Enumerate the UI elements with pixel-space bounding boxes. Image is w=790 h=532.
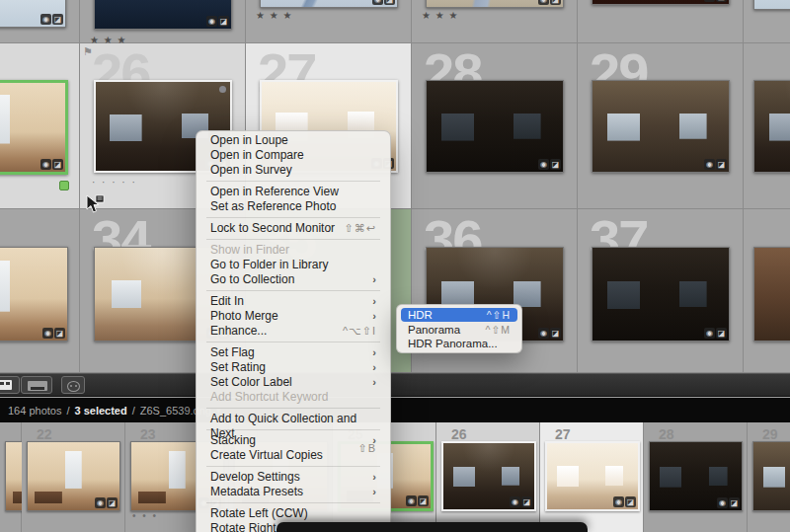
crop-badge-icon: ◪: [625, 496, 636, 507]
crop-badge-icon: ◪: [107, 497, 118, 508]
grid-cell-row1-col1[interactable]: ◉◪: [0, 0, 80, 43]
filmstrip-thumbnail-26[interactable]: ◉◪: [441, 441, 536, 511]
filmstrip-cell-29[interactable]: 29: [748, 422, 790, 532]
corner-circle-marker[interactable]: [219, 86, 226, 93]
selected-count: 3 selected: [75, 405, 127, 417]
grid-view-button[interactable]: [0, 376, 20, 394]
photo-thumbnail-25[interactable]: ◉◪: [0, 80, 68, 175]
grid-view-icon: [0, 380, 12, 390]
grid-cell-row1-col4[interactable]: ◉◪ ★ ★ ★: [412, 0, 578, 43]
menu-item-go-to-collection[interactable]: Go to Collection›: [201, 272, 385, 287]
crop-badge-icon: ◪: [52, 14, 63, 25]
filmstrip-thumbnail-22[interactable]: ◉◪: [27, 441, 120, 511]
crop-badge-icon: ◪: [550, 0, 561, 5]
photo-thumbnail-28[interactable]: ◉◪: [426, 80, 564, 173]
grid-cell-row3-col6[interactable]: [744, 209, 790, 373]
filmstrip-thumbnail-28[interactable]: ◉◪: [649, 441, 743, 511]
menu-item-set-as-reference-photo[interactable]: Set as Reference Photo: [201, 199, 385, 214]
filmstrip-cell-22[interactable]: 22 ◉◪: [22, 422, 125, 532]
filmstrip-thumbnail-29[interactable]: [752, 441, 790, 511]
photo-thumbnail-29[interactable]: ◉◪: [592, 80, 730, 173]
submenu-arrow-icon: ›: [372, 470, 376, 485]
star-rating[interactable]: ★ ★ ★: [422, 10, 458, 21]
menu-item-enhance[interactable]: Enhance...^⌥⇧I: [201, 324, 385, 339]
menu-separator: [206, 429, 380, 430]
menu-separator: [206, 181, 380, 182]
adjustment-badge-icon: ◉: [206, 16, 217, 27]
photo-thumbnail[interactable]: ◉◪: [0, 0, 66, 28]
photo-thumbnail[interactable]: ◉◪: [592, 0, 730, 5]
menu-item-go-to-folder-in-library[interactable]: Go to Folder in Library: [201, 258, 385, 272]
filmstrip-photo-number: 29: [762, 426, 778, 442]
filmstrip-cell-21[interactable]: [0, 422, 22, 532]
lightroom-window: ◉◪ ◉◪ ★ ★ ★ ◉◪ ★ ★ ★ ◉◪ ★ ★ ★ ◉◪ ◉◪ ⚑ 2: [0, 0, 790, 532]
submenu-arrow-icon: ›: [372, 272, 376, 287]
submenu-item-hdr-panorama[interactable]: HDR Panorama...: [401, 337, 517, 350]
loupe-view-button[interactable]: [21, 376, 52, 394]
submenu-item-hdr[interactable]: HDR^⇧H: [401, 308, 517, 322]
menu-item-add-to-quick-collection[interactable]: Add to Quick Collection and Next⇧B: [201, 412, 385, 426]
menu-separator: [206, 239, 380, 240]
filmstrip-cell-27[interactable]: 27 ◉◪: [540, 422, 644, 532]
menu-separator: [206, 408, 380, 409]
filmstrip-cell-26[interactable]: 26 ◉◪: [436, 422, 540, 532]
grid-cell-photo-33[interactable]: ◉◪: [0, 209, 80, 373]
adjustment-badge-icon: ◉: [406, 495, 417, 506]
adjustment-badge-icon: ◉: [538, 0, 549, 5]
crop-badge-icon: ◪: [550, 328, 561, 339]
people-view-button[interactable]: [61, 376, 85, 394]
filmstrip-cell-28[interactable]: 28 ◉◪: [644, 422, 748, 532]
menu-item-develop-settings[interactable]: Develop Settings›: [201, 470, 385, 485]
star-rating[interactable]: ★ ★ ★: [256, 10, 292, 21]
crop-badge-icon: ◪: [550, 159, 561, 170]
filmstrip-thumbnail-27[interactable]: ◉◪: [545, 441, 640, 511]
menu-item-create-virtual-copies[interactable]: Create Virtual Copies: [201, 448, 385, 463]
photo-thumbnail[interactable]: ◉◪: [94, 0, 232, 30]
photo-thumbnail[interactable]: [753, 80, 790, 173]
crop-badge-icon: ◪: [521, 496, 532, 507]
grid-cell-row1-col3[interactable]: ◉◪ ★ ★ ★: [246, 0, 412, 43]
filmstrip-source-bar[interactable]: 164 photos / 3 selected / Z6S_6539.dng ▾: [0, 398, 790, 422]
bottom-dock-edge: [276, 522, 588, 532]
grid-cell-photo-37[interactable]: 37 ◉◪: [578, 209, 744, 373]
menu-item-stacking[interactable]: Stacking›: [201, 433, 385, 448]
photo-thumbnail[interactable]: ◉◪: [426, 0, 564, 8]
menu-item-open-in-reference-view[interactable]: Open in Reference View: [201, 185, 385, 199]
adjustment-badge-icon: ◉: [704, 0, 715, 2]
adjustment-badge-icon: ◉: [704, 328, 715, 339]
photo-thumbnail[interactable]: [753, 0, 790, 10]
grid-cell-photo-25[interactable]: ◉◪: [0, 43, 80, 209]
menu-item-open-in-loupe[interactable]: Open in Loupe: [201, 133, 385, 148]
grid-cell-row1-col2[interactable]: ◉◪ ★ ★ ★: [80, 0, 246, 43]
menu-separator: [206, 342, 380, 342]
adjustment-badge-icon: ◉: [704, 159, 715, 170]
menu-item-set-color-label[interactable]: Set Color Label›: [201, 375, 385, 390]
menu-item-metadata-presets[interactable]: Metadata Presets›: [201, 485, 385, 499]
unrated-dots[interactable]: · · · · ·: [92, 180, 137, 186]
grid-cell-row1-col5[interactable]: ◉◪: [578, 0, 744, 43]
filmstrip-photo-number: 23: [140, 426, 156, 442]
menu-item-open-in-compare[interactable]: Open in Compare: [201, 148, 385, 163]
menu-item-rotate-left[interactable]: Rotate Left (CCW): [201, 506, 385, 521]
grid-cell-photo-29[interactable]: 29 ◉◪: [578, 43, 744, 209]
photo-thumbnail-33[interactable]: ◉◪: [0, 247, 68, 342]
grid-cell-photo-28[interactable]: 28 ◉◪: [412, 43, 578, 209]
menu-item-edit-in[interactable]: Edit In›: [201, 294, 385, 309]
photo-thumbnail-37[interactable]: ◉◪: [592, 247, 730, 342]
menu-item-lock-to-second-monitor[interactable]: Lock to Second Monitor⇧⌘↩: [201, 221, 385, 236]
submenu-item-panorama[interactable]: Panorama^⇧M: [401, 323, 517, 337]
grid-cell-row1-col6[interactable]: [744, 0, 790, 43]
crop-badge-icon: ◪: [418, 495, 429, 506]
menu-item-set-flag[interactable]: Set Flag›: [201, 345, 385, 360]
menu-item-photo-merge[interactable]: Photo Merge›: [201, 309, 385, 324]
menu-item-set-rating[interactable]: Set Rating›: [201, 360, 385, 375]
photo-thumbnail[interactable]: [753, 247, 790, 342]
menu-item-open-in-survey[interactable]: Open in Survey: [201, 163, 385, 178]
grid-cell-row2-col6[interactable]: [744, 43, 790, 209]
filmstrip-photo-number: 22: [37, 426, 52, 442]
crop-badge-icon: ◪: [54, 328, 65, 339]
green-color-label-chip[interactable]: [59, 181, 69, 190]
submenu-arrow-icon: ›: [372, 345, 376, 360]
photo-thumbnail[interactable]: ◉◪: [260, 0, 398, 8]
photo-count: 164 photos: [8, 405, 61, 417]
